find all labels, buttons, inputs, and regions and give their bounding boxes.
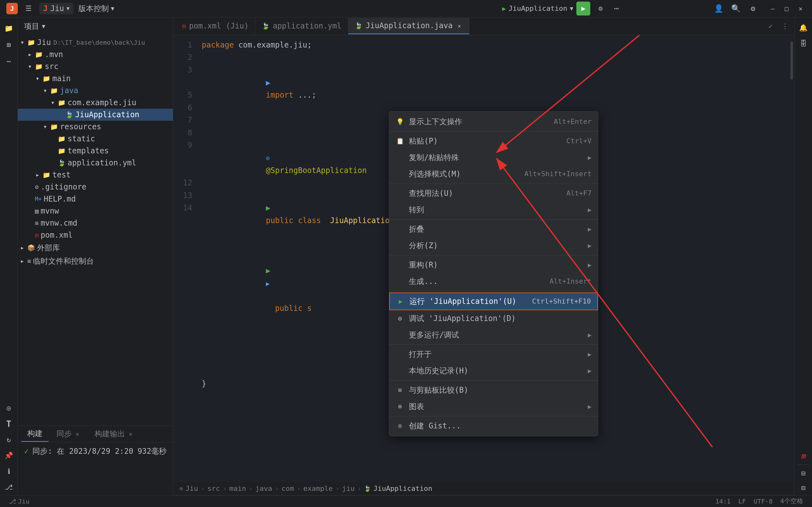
breadcrumb-main[interactable]: main — [229, 485, 246, 493]
menu-item-show-context[interactable]: 💡 显示上下文操作 Alt+Enter — [389, 113, 598, 130]
menu-item-create-gist[interactable]: ⊙ 创建 Gist... — [389, 418, 598, 434]
indent-status[interactable]: 4个空格 — [778, 497, 806, 505]
tree-label: .mvn — [45, 50, 63, 59]
menu-item-diagrams[interactable]: ⊞ 图表 ▶ — [389, 398, 598, 415]
main-code: public s — [202, 304, 312, 326]
settings-icon[interactable]: ⚙ — [747, 3, 759, 14]
sort-icon[interactable]: ⊟ — [796, 481, 811, 495]
sidebar-git-icon[interactable]: ⎇ — [1, 480, 17, 495]
git-branch-status[interactable]: ⎇ Jiu — [6, 498, 32, 505]
menu-item-local-history[interactable]: 本地历史记录(H) ▶ — [389, 362, 598, 379]
sidebar-pin-icon[interactable]: 📌 — [1, 448, 17, 464]
filter-icon[interactable]: ⊟ — [796, 466, 811, 481]
tree-item-resources[interactable]: ▼ 📁 resources — [18, 121, 173, 133]
debug-button[interactable]: ⚙ — [594, 2, 607, 15]
menu-label: 打开于 — [409, 349, 583, 359]
tree-item-mvn[interactable]: ▶ 📁 .mvn — [18, 49, 173, 60]
scrollbar[interactable] — [789, 35, 794, 482]
sync-tab-close[interactable]: ✕ — [74, 431, 81, 437]
tree-item-templates[interactable]: 📁 templates — [18, 145, 173, 157]
right-sidebar: 🔔 🗄 m ⊟ ⊟ — [794, 17, 812, 495]
more-actions-button[interactable]: ⋯ — [611, 3, 622, 14]
tab-build-output[interactable]: 构建输出 ✕ — [88, 426, 140, 441]
scrollbar-thumb[interactable] — [791, 42, 793, 79]
maximize-button[interactable]: □ — [781, 3, 792, 14]
sidebar-more-icon[interactable]: ⋯ — [1, 54, 17, 69]
breadcrumb-jiu2[interactable]: jiu — [342, 485, 355, 493]
tab-jiu-application[interactable]: 🍃 JiuApplication.java ✕ — [348, 18, 470, 34]
tree-item-static[interactable]: 📁 static — [18, 133, 173, 145]
encoding-status[interactable]: UTF-8 — [751, 498, 775, 505]
menu-item-fold[interactable]: 折叠 ▶ — [389, 221, 598, 237]
project-panel-header[interactable]: 项目 ▼ — [18, 17, 173, 35]
menu-item-compare-clipboard[interactable]: ⊞ 与剪贴板比较(B) — [389, 382, 598, 398]
fold-icon[interactable]: ▶ — [266, 280, 270, 287]
menu-item-open-in[interactable]: 打开于 ▶ — [389, 346, 598, 362]
tree-arrow: ▼ — [36, 76, 43, 81]
tree-item-jiu-root[interactable]: ▼ 📁 Jiu D:\IT_base\demo\back\Jiu — [18, 37, 173, 49]
menu-item-copy-paste-special[interactable]: 复制/粘贴特殊 ▶ — [389, 149, 598, 166]
tree-item-src[interactable]: ▼ 📁 src — [18, 60, 173, 72]
menu-item-goto[interactable]: 转到 ▶ — [389, 202, 598, 218]
tree-item-java[interactable]: ▼ 📁 java — [18, 84, 173, 97]
sidebar-project-icon[interactable]: 📁 — [1, 20, 17, 37]
hamburger-menu[interactable]: ☰ — [23, 3, 34, 14]
breadcrumb-src[interactable]: src — [207, 485, 220, 493]
breadcrumb-jiuapplication[interactable]: JiuApplication — [373, 485, 432, 493]
menu-item-find-usages[interactable]: 查找用法(U) Alt+F7 — [389, 185, 598, 202]
breadcrumb-jiu[interactable]: Jiu — [186, 485, 198, 493]
tree-item-com-example-jiu[interactable]: ▼ 📁 com.example.jiu — [18, 97, 173, 109]
database-icon[interactable]: 🗄 — [796, 37, 811, 51]
tree-item-mvnwcmd[interactable]: ≡ mvnw.cmd — [18, 217, 173, 229]
breadcrumb-java[interactable]: java — [255, 485, 272, 493]
tree-item-helpmd[interactable]: M+ HELP.md — [18, 193, 173, 205]
close-button[interactable]: ✕ — [796, 3, 806, 14]
tab-application-yml[interactable]: 🍃 application.yml — [255, 18, 348, 34]
menu-item-more-run[interactable]: 更多运行/调试 ▶ — [389, 327, 598, 343]
sidebar-info-icon[interactable]: ℹ — [1, 464, 17, 480]
tree-item-mvnw[interactable]: ▤ mvnw — [18, 205, 173, 217]
menu-label: 分析(Z) — [409, 240, 583, 250]
sidebar-plugins-icon[interactable]: ◎ — [1, 400, 17, 416]
more-tabs-icon[interactable]: ⋮ — [778, 22, 792, 30]
search-icon[interactable]: 🔍 — [730, 3, 742, 14]
tab-sync[interactable]: 同步 ✕ — [50, 426, 87, 441]
tree-item-app-yml[interactable]: 🍃 application.yml — [18, 157, 173, 169]
run-gutter-icon[interactable]: ▶ — [266, 204, 270, 212]
run-button[interactable]: ▶ — [576, 2, 590, 15]
position-status[interactable]: 14:1 — [713, 498, 733, 505]
tree-item-external-lib[interactable]: ▶ 📦 外部库 — [18, 241, 173, 255]
tab-build[interactable]: 构建 — [21, 426, 49, 442]
tree-item-main[interactable]: ▼ 📁 main — [18, 72, 173, 84]
project-selector[interactable]: J Jiu ▼ — [39, 3, 73, 14]
notification-icon[interactable]: 🔔 — [796, 20, 811, 35]
minimize-button[interactable]: — — [768, 3, 778, 14]
tree-item-gitignore[interactable]: ⊘ .gitignore — [18, 181, 173, 193]
tab-jiu-close[interactable]: ✕ — [456, 22, 463, 29]
tree-item-jiu-app[interactable]: 🍃 JiuApplication — [18, 109, 173, 121]
menu-item-analyze[interactable]: 分析(Z) ▶ — [389, 237, 598, 254]
menu-item-paste[interactable]: 📋 粘贴(P) Ctrl+V — [389, 133, 598, 149]
tree-item-temp-files[interactable]: ▶ ≡ 临时文件和控制台 — [18, 255, 173, 268]
breadcrumb-com[interactable]: com — [281, 485, 294, 493]
tree-item-test[interactable]: ▶ 📁 test — [18, 169, 173, 181]
line-ending-status[interactable]: LF — [736, 498, 749, 505]
menu-item-debug-jiu[interactable]: ⚙ 调试 'JiuApplication'(D) — [389, 310, 598, 327]
sidebar-structure-icon[interactable]: ⊞ — [1, 37, 17, 53]
account-icon[interactable]: 👤 — [713, 3, 724, 14]
maven-icon[interactable]: m — [796, 449, 811, 463]
menu-item-refactor[interactable]: 重构(R) ▶ — [389, 257, 598, 273]
breadcrumb-example[interactable]: example — [303, 485, 333, 493]
tab-pom-xml[interactable]: m pom.xml (Jiu) — [176, 18, 255, 34]
import-fold-icon[interactable]: ▶ — [266, 78, 270, 87]
menu-item-generate[interactable]: 生成... Alt+Insert — [389, 273, 598, 290]
run-gutter-icon-2[interactable]: ▶ — [266, 266, 270, 275]
menu-item-run-jiu[interactable]: ▶ 运行 'JiuApplication'(U) Ctrl+Shift+F10 — [389, 292, 598, 310]
sidebar-t-icon[interactable]: T — [1, 416, 17, 432]
tree-label: resources — [60, 122, 101, 131]
menu-item-column-select[interactable]: 列选择模式(M) Alt+Shift+Insert — [389, 166, 598, 182]
version-control[interactable]: 版本控制 ▼ — [78, 3, 114, 14]
tree-item-pomxml[interactable]: m pom.xml — [18, 229, 173, 241]
build-output-tab-close[interactable]: ✕ — [128, 431, 134, 437]
sidebar-refresh-icon[interactable]: ↻ — [1, 432, 17, 448]
